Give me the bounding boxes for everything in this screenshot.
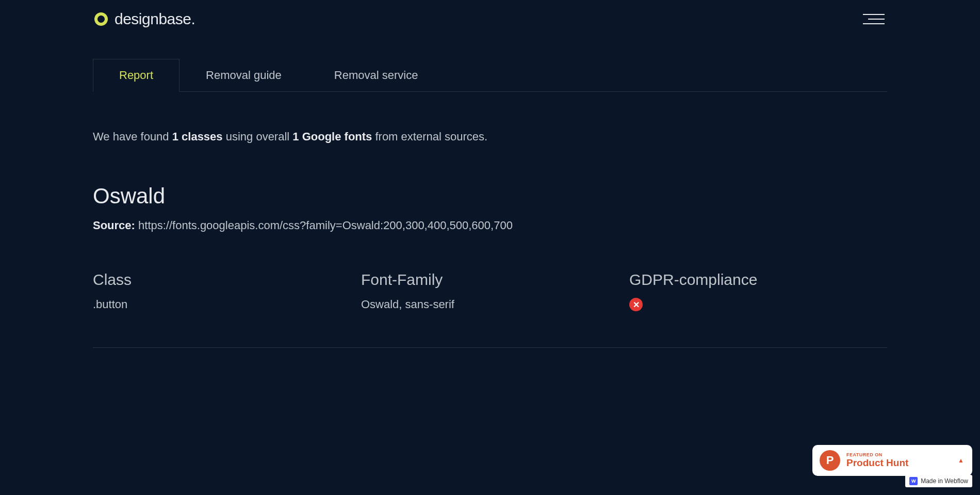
ph-featured-label: FEATURED ON (846, 452, 908, 457)
product-hunt-text: FEATURED ON Product Hunt (846, 452, 908, 469)
summary-suffix: from external sources. (372, 130, 487, 143)
summary-text: We have found 1 classes using overall 1 … (93, 128, 887, 145)
summary-prefix: We have found (93, 130, 172, 143)
ph-name-label: Product Hunt (846, 457, 908, 469)
summary-middle: using overall (223, 130, 293, 143)
menu-line-icon (863, 23, 885, 24)
table-header-font-family: Font-Family (361, 271, 619, 289)
font-name: Oswald (93, 184, 887, 209)
webflow-icon: W (909, 477, 918, 485)
table-header-gdpr: GDPR-compliance (629, 271, 887, 289)
main-content: Report Removal guide Removal service We … (0, 59, 980, 348)
table-cell-font-family: Oswald, sans-serif (361, 298, 619, 311)
font-table: Class Font-Family GDPR-compliance .butto… (93, 271, 887, 348)
menu-line-icon (863, 14, 885, 15)
menu-line-icon (868, 19, 885, 20)
table-cell-class: .button (93, 298, 351, 311)
tab-report[interactable]: Report (93, 59, 179, 92)
source-label: Source: (93, 219, 135, 232)
table-cell-gdpr: ✕ (629, 298, 887, 311)
webflow-text: Made in Webflow (921, 477, 968, 485)
tabs: Report Removal guide Removal service (93, 59, 887, 92)
table-header-class: Class (93, 271, 351, 289)
non-compliant-icon: ✕ (629, 298, 643, 311)
menu-button[interactable] (860, 11, 887, 27)
badge-container: P FEATURED ON Product Hunt ▲ W Made in W… (812, 445, 972, 487)
table-header-row: Class Font-Family GDPR-compliance (93, 271, 887, 298)
font-section: Oswald Source: https://fonts.googleapis.… (93, 184, 887, 232)
header: designbase. (0, 0, 980, 38)
logo-text: designbase. (115, 10, 195, 28)
summary-fonts-count: 1 Google fonts (292, 130, 372, 143)
product-hunt-icon: P (820, 450, 840, 471)
source-url: https://fonts.googleapis.com/css?family=… (138, 219, 513, 232)
product-hunt-badge[interactable]: P FEATURED ON Product Hunt ▲ (812, 445, 972, 476)
summary-classes-count: 1 classes (172, 130, 223, 143)
tab-removal-guide[interactable]: Removal guide (179, 59, 308, 91)
tab-removal-service[interactable]: Removal service (308, 59, 445, 91)
logo-icon (93, 11, 109, 27)
font-source: Source: https://fonts.googleapis.com/css… (93, 219, 887, 232)
up-arrow-icon: ▲ (958, 457, 964, 464)
webflow-badge[interactable]: W Made in Webflow (905, 475, 972, 487)
table-row: .button Oswald, sans-serif ✕ (93, 298, 887, 311)
logo[interactable]: designbase. (93, 10, 195, 28)
